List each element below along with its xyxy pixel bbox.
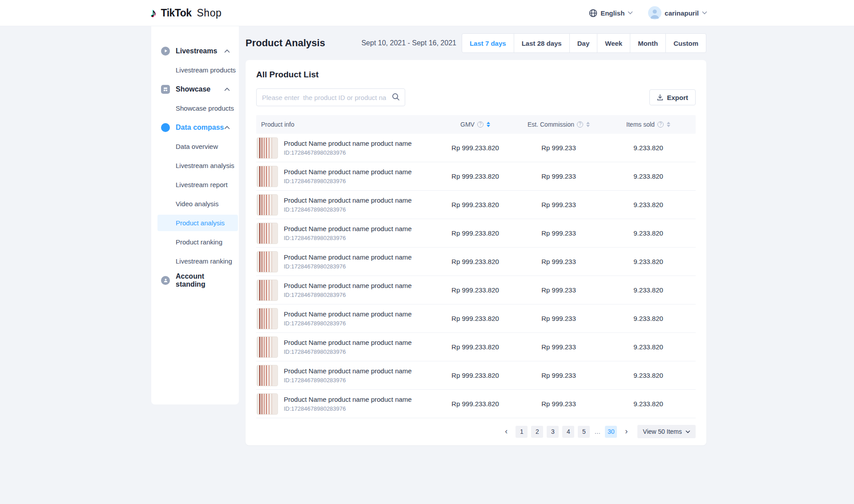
play-circle-icon: [161, 47, 170, 56]
table-row[interactable]: Product Name product name product name I…: [256, 333, 696, 361]
table-row[interactable]: Product Name product name product name I…: [256, 134, 696, 162]
column-header-items-sold: Items sold ?: [601, 121, 696, 128]
sidebar-section-data-compass[interactable]: Data compass: [151, 118, 239, 137]
gmv-value: Rp 999.233.820: [434, 343, 516, 351]
product-image: [257, 393, 278, 415]
question-mark-icon[interactable]: ?: [477, 121, 483, 128]
product-id: ID:17284678980283976: [284, 206, 412, 213]
list-toolbar: Export: [256, 88, 696, 106]
sort-carets-icon[interactable]: [586, 122, 590, 127]
page-30-button-current[interactable]: 30: [605, 426, 617, 438]
brand-shop-text: Shop: [197, 7, 222, 19]
sidebar-item-livestream-ranking[interactable]: Livestream ranking: [151, 252, 239, 271]
product-name[interactable]: Product Name product name product name: [284, 140, 412, 147]
product-image: [257, 251, 278, 272]
product-name[interactable]: Product Name product name product name: [284, 339, 412, 346]
sidebar-item-livestream-analysis[interactable]: Livestream analysis: [151, 156, 239, 175]
date-range: Sept 10, 2021 - Sept 16, 2021: [361, 39, 462, 47]
table-header: Product info GMV ? Est. Commission ? Ite…: [256, 115, 696, 134]
gmv-value: Rp 999.233.820: [434, 400, 516, 408]
question-mark-icon[interactable]: ?: [657, 121, 664, 128]
avatar: [648, 6, 661, 20]
sidebar-section-account-standing[interactable]: Account standing: [151, 271, 239, 290]
product-name[interactable]: Product Name product name product name: [284, 225, 412, 232]
sidebar-item-livestream-products[interactable]: Livestream products: [151, 60, 239, 80]
sort-carets-icon[interactable]: [487, 122, 490, 127]
export-button[interactable]: Export: [649, 89, 696, 105]
product-name[interactable]: Product Name product name product name: [284, 367, 412, 375]
search-icon[interactable]: [392, 93, 400, 101]
chevron-up-icon[interactable]: [224, 126, 230, 129]
globe-icon: [589, 9, 597, 17]
date-range-filter: Last 7 days Last 28 days Day Week Month …: [462, 33, 706, 53]
range-custom-button[interactable]: Custom: [665, 33, 706, 53]
commission-value: Rp 999.233: [516, 315, 601, 322]
page-3-button[interactable]: 3: [547, 426, 559, 438]
username: carinapuril: [665, 9, 699, 17]
search-box: [256, 88, 405, 106]
section-label: Livestreams: [176, 47, 217, 55]
table-row[interactable]: Product Name product name product name I…: [256, 219, 696, 248]
gmv-value: Rp 999.233.820: [434, 258, 516, 265]
sidebar-item-showcase-products[interactable]: Showcase products: [151, 99, 239, 118]
page-5-button[interactable]: 5: [578, 426, 590, 438]
brand-logo[interactable]: ♪ TikTok Shop: [150, 7, 222, 19]
product-name[interactable]: Product Name product name product name: [284, 282, 412, 289]
user-menu[interactable]: carinapuril: [648, 6, 707, 20]
gmv-value: Rp 999.233.820: [434, 315, 516, 322]
range-month-button[interactable]: Month: [630, 33, 666, 53]
next-page-button[interactable]: ›: [620, 426, 632, 437]
page-size-select[interactable]: View 50 Items: [637, 425, 696, 438]
range-last-7-days-button[interactable]: Last 7 days: [462, 33, 514, 53]
product-list-card: All Product List Export Product info GMV…: [246, 60, 706, 445]
range-day-button[interactable]: Day: [569, 33, 598, 53]
page-2-button[interactable]: 2: [531, 426, 543, 438]
sidebar-section-showcase[interactable]: Showcase: [151, 80, 239, 99]
chevron-up-icon[interactable]: [224, 88, 230, 91]
sidebar-item-livestream-report[interactable]: Livestream report: [151, 175, 239, 194]
range-week-button[interactable]: Week: [597, 33, 630, 53]
download-icon: [657, 94, 663, 101]
product-image: [257, 166, 278, 187]
product-id: ID:17284678980283976: [284, 377, 412, 384]
table-row[interactable]: Product Name product name product name I…: [256, 248, 696, 276]
product-name[interactable]: Product Name product name product name: [284, 253, 412, 261]
chevron-up-icon[interactable]: [224, 49, 230, 53]
sort-carets-icon[interactable]: [667, 122, 670, 127]
gmv-value: Rp 999.233.820: [434, 144, 516, 152]
commission-value: Rp 999.233: [516, 258, 601, 265]
table-row[interactable]: Product Name product name product name I…: [256, 162, 696, 191]
product-name[interactable]: Product Name product name product name: [284, 168, 412, 176]
range-last-28-days-button[interactable]: Last 28 days: [514, 33, 570, 53]
gmv-value: Rp 999.233.820: [434, 286, 516, 294]
product-info-cell: Product Name product name product name I…: [256, 365, 434, 386]
product-info-cell: Product Name product name product name I…: [256, 137, 434, 159]
question-mark-icon[interactable]: ?: [577, 121, 583, 128]
page-4-button[interactable]: 4: [562, 426, 574, 438]
product-image: [257, 365, 278, 386]
sidebar-item-video-analysis[interactable]: Video analysis: [151, 194, 239, 213]
product-id: ID:17284678980283976: [284, 149, 412, 156]
product-name[interactable]: Product Name product name product name: [284, 196, 412, 204]
sidebar-item-product-analysis[interactable]: Product analysis: [157, 215, 238, 231]
product-name[interactable]: Product Name product name product name: [284, 310, 412, 318]
table-row[interactable]: Product Name product name product name I…: [256, 304, 696, 333]
column-label: Est. Commission: [528, 121, 574, 128]
sidebar-item-product-ranking[interactable]: Product ranking: [151, 232, 239, 252]
product-info-cell: Product Name product name product name I…: [256, 166, 434, 187]
column-header-est-commission: Est. Commission ?: [516, 121, 601, 128]
sidebar-item-data-overview[interactable]: Data overview: [151, 137, 239, 156]
table-row[interactable]: Product Name product name product name I…: [256, 191, 696, 219]
page-1-button[interactable]: 1: [516, 426, 528, 438]
table-row[interactable]: Product Name product name product name I…: [256, 390, 696, 418]
language-switcher[interactable]: English: [589, 9, 633, 17]
table-row[interactable]: Product Name product name product name I…: [256, 276, 696, 304]
sidebar-section-livestreams[interactable]: Livestreams: [151, 41, 239, 60]
previous-page-button[interactable]: ‹: [500, 426, 512, 437]
chevron-down-icon: [628, 11, 633, 15]
product-image: [257, 336, 278, 358]
product-name[interactable]: Product Name product name product name: [284, 396, 412, 403]
search-input[interactable]: [256, 88, 405, 106]
product-image: [257, 137, 278, 159]
table-row[interactable]: Product Name product name product name I…: [256, 361, 696, 390]
